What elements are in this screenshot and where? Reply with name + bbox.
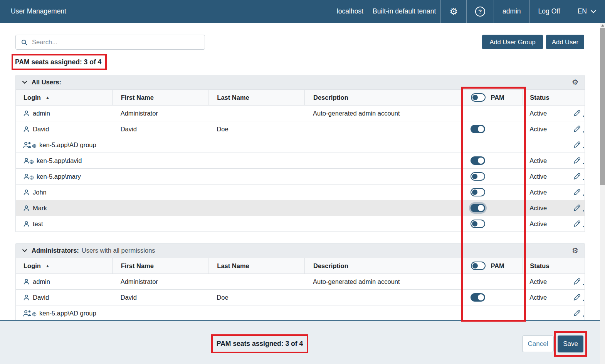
column-login[interactable]: Login ▲	[16, 258, 112, 273]
column-description[interactable]: Description	[304, 90, 461, 105]
sort-asc-icon: ▲	[45, 263, 50, 268]
last-name-cell	[208, 185, 304, 200]
pam-toggle[interactable]	[471, 293, 485, 302]
table-row[interactable]: JohnActive	[16, 185, 585, 200]
pam-toggle[interactable]	[471, 156, 485, 165]
clipped-icon	[583, 210, 584, 211]
login-text: Mark	[33, 205, 47, 212]
all-users-section-header[interactable]: All Users: ⚙	[16, 75, 585, 90]
status-cell	[523, 305, 585, 321]
clipped-icon	[583, 163, 584, 164]
edit-icon[interactable]	[573, 278, 581, 285]
pam-toggle[interactable]	[471, 188, 485, 196]
table-settings-gear-icon[interactable]: ⚙	[572, 79, 578, 86]
table-row[interactable]: ken-5.app\davidActive	[16, 153, 585, 169]
table-row[interactable]: DavidDavidDoeActive	[16, 290, 585, 305]
pam-seats-banner-bottom: PAM seats assigned: 3 of 4	[211, 334, 308, 353]
collapse-chevron-icon[interactable]	[22, 81, 27, 84]
table-row[interactable]: ken-5.app\AD group	[16, 137, 585, 153]
settings-button[interactable]: ⚙	[440, 0, 466, 23]
description-cell	[304, 185, 461, 200]
column-last-name[interactable]: Last Name	[208, 258, 304, 273]
edit-icon[interactable]	[573, 109, 581, 117]
login-text: admin	[33, 278, 50, 285]
login-cell: Mark	[16, 200, 112, 216]
last-name-cell	[208, 106, 304, 121]
table-row[interactable]: testActive	[16, 216, 585, 232]
edit-icon[interactable]	[573, 309, 581, 317]
add-user-button[interactable]: Add User	[546, 35, 584, 49]
current-user-menu[interactable]: admin	[494, 0, 529, 23]
edit-icon[interactable]	[573, 157, 581, 164]
login-cell: admin	[16, 274, 112, 289]
table-settings-gear-icon[interactable]: ⚙	[572, 247, 578, 254]
search-input[interactable]	[32, 39, 200, 46]
column-last-name[interactable]: Last Name	[208, 90, 304, 105]
user-icon	[23, 220, 30, 228]
table-row[interactable]: adminAdministratorAuto-generated admin a…	[16, 274, 585, 290]
pam-cell	[461, 305, 523, 321]
last-name-cell	[208, 274, 304, 289]
login-cell: ken-5.app\mary	[16, 169, 112, 184]
pam-cell	[461, 185, 523, 200]
first-name-cell: Administrator	[112, 274, 208, 289]
table-row[interactable]: DavidDavidDoeActive	[16, 121, 585, 137]
help-button[interactable]: ?	[466, 0, 494, 23]
log-off-label: Log Off	[538, 7, 560, 15]
edit-icon[interactable]	[573, 173, 581, 180]
clipped-icon	[583, 131, 584, 133]
collapse-chevron-icon[interactable]	[22, 249, 27, 252]
column-login[interactable]: Login ▲	[16, 90, 112, 105]
table-row[interactable]: ken-5.app\AD group	[16, 305, 585, 321]
column-pam[interactable]: PAM	[461, 258, 523, 273]
table-row[interactable]: ken-5.app\maryActive	[16, 169, 585, 185]
pam-toggle[interactable]	[471, 204, 485, 212]
cancel-button[interactable]: Cancel	[522, 335, 554, 352]
description-cell	[304, 137, 461, 153]
column-pam[interactable]: PAM	[461, 90, 523, 105]
save-button[interactable]: Save	[558, 335, 583, 352]
scrollbar-thumb[interactable]	[600, 28, 605, 185]
scrollbar-up-arrow[interactable]	[601, 24, 604, 27]
column-status[interactable]: Status	[523, 90, 585, 105]
login-text: admin	[33, 110, 50, 117]
login-text: John	[33, 189, 47, 196]
search-box[interactable]	[15, 35, 205, 50]
status-text: Active	[529, 220, 547, 228]
column-description[interactable]: Description	[304, 258, 461, 273]
description-cell	[304, 121, 461, 137]
add-user-group-button[interactable]: Add User Group	[482, 35, 543, 49]
last-name-cell	[208, 169, 304, 184]
pam-toggle[interactable]	[471, 220, 485, 228]
pam-master-toggle[interactable]	[471, 262, 486, 270]
pam-master-toggle[interactable]	[471, 93, 486, 102]
table-row[interactable]: MarkActive	[16, 200, 585, 216]
edit-icon[interactable]	[573, 294, 581, 301]
login-text: ken-5.app\mary	[37, 173, 81, 180]
login-cell: David	[16, 290, 112, 305]
pam-toggle[interactable]	[471, 172, 485, 181]
edit-icon[interactable]	[573, 204, 581, 212]
column-first-name[interactable]: First Name	[112, 258, 208, 273]
user-icon	[23, 110, 30, 117]
vertical-scrollbar[interactable]	[600, 23, 605, 364]
description-cell	[304, 153, 461, 168]
edit-icon[interactable]	[573, 125, 581, 133]
login-cell: John	[16, 185, 112, 200]
edit-icon[interactable]	[573, 220, 581, 228]
edit-icon[interactable]	[573, 188, 581, 196]
column-first-name-label: First Name	[121, 94, 154, 101]
edit-icon[interactable]	[573, 141, 581, 149]
column-status[interactable]: Status	[523, 258, 585, 273]
log-off-button[interactable]: Log Off	[529, 0, 569, 23]
login-text: test	[33, 220, 43, 228]
table-row[interactable]: adminAdministratorAuto-generated admin a…	[16, 106, 585, 121]
pam-cell	[461, 216, 523, 231]
user-icon	[23, 205, 30, 212]
login-cell: ken-5.app\david	[16, 153, 112, 168]
language-menu[interactable]: EN	[569, 0, 605, 23]
pam-toggle[interactable]	[471, 125, 485, 133]
column-first-name[interactable]: First Name	[112, 90, 208, 105]
administrators-section-header[interactable]: Administrators: Users with all permissio…	[16, 243, 585, 258]
save-button-red-highlight: Save	[554, 331, 587, 357]
